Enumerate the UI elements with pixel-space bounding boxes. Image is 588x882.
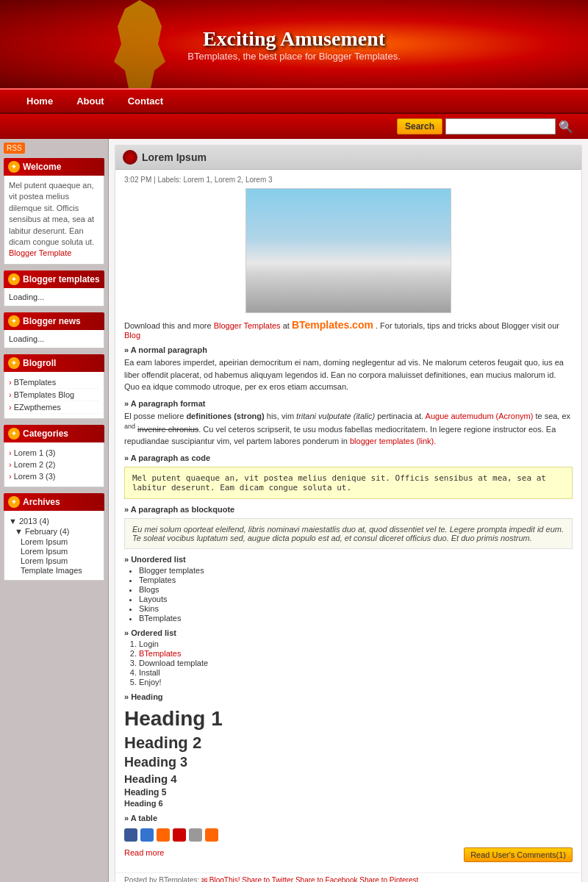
pinterest-share-link[interactable]: Share to Pinterest bbox=[359, 876, 418, 882]
archive-link-4[interactable]: Template Images bbox=[21, 566, 82, 575]
cat-link-2[interactable]: Lorem 2 (2) bbox=[14, 460, 56, 469]
archive-link-1[interactable]: Lorem Ipsum bbox=[21, 537, 68, 546]
list-item: Blogs bbox=[139, 585, 573, 594]
heading-3: Heading 3 bbox=[124, 755, 573, 770]
sidebar: RSS ✦ Welcome Mel putent quaeque an, vit… bbox=[0, 139, 109, 882]
blog-link[interactable]: Blog bbox=[124, 331, 140, 340]
mountain-image bbox=[246, 189, 451, 312]
list-item: Layouts bbox=[139, 595, 573, 603]
post-1-body: 3:02 PM | Labels: Lorem 1, Lorem 2, Lore… bbox=[115, 170, 581, 868]
code-block: Mel putent quaeque an, vit postea melius… bbox=[124, 467, 573, 499]
blogger-templates-header: ✦ Blogger templates bbox=[4, 270, 104, 288]
list-item: Templates bbox=[139, 576, 573, 584]
sup-text: and bbox=[124, 423, 135, 430]
list-item: BTemplates bbox=[139, 649, 573, 658]
unordered-list: Blogger templates Templates Blogs Layout… bbox=[139, 566, 573, 623]
post-1-meta: 3:02 PM | Labels: Lorem 1, Lorem 2, Lore… bbox=[124, 176, 573, 184]
section-ordered: » Ordered list bbox=[124, 628, 573, 637]
heading-2: Heading 2 bbox=[124, 734, 573, 753]
blogroll-link-1[interactable]: BTemplates bbox=[14, 378, 56, 387]
list-item: Skins bbox=[139, 604, 573, 613]
post-1-title-bar: Lorem Ipsum bbox=[115, 146, 581, 170]
blogger-templates-body: Loading... bbox=[4, 288, 104, 306]
cat-link-1[interactable]: Lorem 1 (3) bbox=[14, 448, 56, 457]
list-item: Login bbox=[139, 639, 573, 648]
rss-share-icon[interactable] bbox=[205, 828, 218, 842]
blogger-news-header: ✦ Blogger news bbox=[4, 312, 104, 330]
categories-header: ✦ Categories bbox=[4, 425, 104, 442]
welcome-body: Mel putent quaeque an, vit postea melius… bbox=[4, 176, 104, 265]
blogger-news-widget: ✦ Blogger news Loading... bbox=[4, 312, 104, 348]
blogroll-body: BTemplates BTemplates Blog EZwpthemes bbox=[4, 372, 104, 419]
nav-home[interactable]: Home bbox=[15, 90, 65, 112]
post-1: Lorem Ipsum 3:02 PM | Labels: Lorem 1, L… bbox=[115, 145, 582, 882]
post-1-footer: Posted by BTemplates: ✉ BlogThis! Share … bbox=[115, 872, 581, 882]
archive-post: Lorem Ipsum bbox=[21, 547, 99, 556]
archive-link-2[interactable]: Lorem Ipsum bbox=[21, 547, 68, 556]
main-container: RSS ✦ Welcome Mel putent quaeque an, vit… bbox=[0, 139, 588, 882]
post-1-image bbox=[245, 188, 451, 313]
blogroll-widget: ✦ Blogroll BTemplates BTemplates Blog EZ… bbox=[4, 354, 104, 419]
nav-contact[interactable]: Contact bbox=[116, 90, 175, 112]
read-more-link[interactable]: Read more bbox=[124, 848, 164, 857]
btemplates-ol-link[interactable]: BTemplates bbox=[139, 649, 181, 658]
rss-icon-area: RSS bbox=[4, 143, 104, 154]
section-format-para: » A paragraph format bbox=[124, 399, 573, 408]
welcome-link[interactable]: Blogger Template bbox=[9, 248, 71, 257]
share-icons-bar bbox=[124, 828, 573, 842]
archive-month: ▼ February (4) bbox=[15, 527, 99, 536]
twitter-share-link[interactable]: Share to Twitter bbox=[242, 876, 293, 882]
email-icon-link[interactable]: ✉ bbox=[201, 876, 207, 882]
list-item: Lorem 2 (2) bbox=[9, 459, 99, 470]
welcome-widget: ✦ Welcome Mel putent quaeque an, vit pos… bbox=[4, 158, 104, 265]
blogger-templates-link[interactable]: blogger templates (link). bbox=[350, 437, 436, 445]
welcome-icon: ✦ bbox=[8, 161, 20, 173]
list-item: Lorem 1 (3) bbox=[9, 447, 99, 459]
list-item: Blogger templates bbox=[139, 566, 573, 575]
list-item: Lorem 3 (3) bbox=[9, 470, 99, 482]
facebook-share-icon[interactable] bbox=[124, 828, 137, 842]
email-share-icon[interactable] bbox=[189, 828, 202, 842]
read-comments-button[interactable]: Read User's Comments(1) bbox=[464, 847, 573, 862]
categories-icon: ✦ bbox=[8, 428, 20, 440]
search-button[interactable]: Search bbox=[397, 118, 442, 135]
archive-post: Lorem Ipsum bbox=[21, 556, 99, 565]
btemplates-link[interactable]: BTemplates.com bbox=[292, 319, 373, 331]
welcome-header: ✦ Welcome bbox=[4, 158, 104, 176]
section-code: » A paragraph as code bbox=[124, 453, 573, 462]
facebook-share-link[interactable]: Share to Facebook bbox=[295, 876, 358, 882]
archive-link-3[interactable]: Lorem Ipsum bbox=[21, 556, 68, 565]
search-icon: 🔍 bbox=[559, 120, 573, 134]
delicious-share-icon[interactable] bbox=[140, 828, 154, 842]
cat-link-3[interactable]: Lorem 3 (3) bbox=[14, 472, 56, 481]
list-item: BTemplates bbox=[9, 376, 99, 389]
section-unordered: » Unordered list bbox=[124, 555, 573, 564]
archives-widget: ✦ Archives ▼ 2013 (4) ▼ February (4) Lor… bbox=[4, 493, 104, 581]
site-header: Exciting Amusement BTemplates, the best … bbox=[0, 0, 588, 88]
augue-link[interactable]: Augue autemudum (Acronym) bbox=[426, 412, 534, 420]
bold-text: definitiones (strong) bbox=[186, 412, 264, 420]
archives-header: ✦ Archives bbox=[4, 493, 104, 511]
heading-5: Heading 5 bbox=[124, 787, 573, 797]
archives-body: ▼ 2013 (4) ▼ February (4) Lorem Ipsum Lo… bbox=[4, 511, 104, 581]
blogroll-link-3[interactable]: EZwpthemes bbox=[14, 403, 61, 412]
post-1-title: Lorem Ipsum bbox=[142, 151, 207, 163]
list-item: Install bbox=[139, 668, 573, 677]
header-text-block: Exciting Amusement BTemplates, the best … bbox=[187, 27, 401, 62]
post-1-image-container bbox=[124, 188, 573, 313]
blogroll-link-2[interactable]: BTemplates Blog bbox=[14, 390, 75, 399]
blockquote-block: Eu mei solum oporteat eleifend, libris n… bbox=[124, 518, 573, 549]
nav-about[interactable]: About bbox=[65, 90, 116, 112]
heading-4: Heading 4 bbox=[124, 772, 573, 785]
download-line: Download this and more Blogger Templates… bbox=[124, 319, 573, 340]
search-input[interactable] bbox=[445, 118, 556, 135]
stumble-share-icon[interactable] bbox=[157, 828, 170, 842]
blogger-news-body: Loading... bbox=[4, 330, 104, 348]
download-link[interactable]: Blogger Templates bbox=[214, 321, 281, 330]
post-icon bbox=[123, 150, 137, 165]
search-bar: Search 🔍 bbox=[0, 114, 588, 139]
digg-share-icon[interactable] bbox=[173, 828, 186, 842]
del-text: invenire chronius bbox=[137, 425, 198, 434]
section-table: » A table bbox=[124, 814, 573, 822]
blogthis-link[interactable]: BlogThis! bbox=[209, 876, 240, 882]
